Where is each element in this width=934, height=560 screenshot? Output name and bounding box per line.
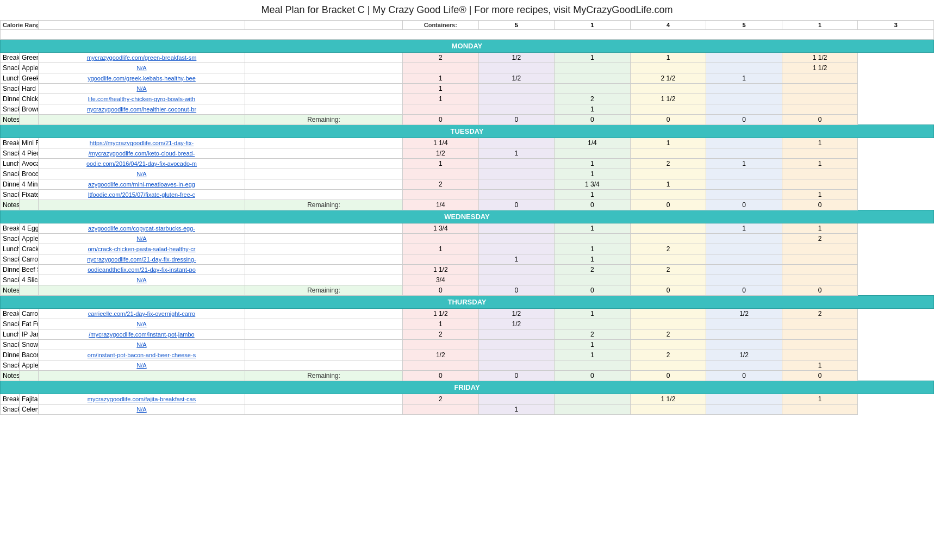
container-value-4 [706,319,782,329]
empty-label [245,159,403,169]
container-value-0: 1/2 [403,350,479,360]
empty-label [245,244,403,254]
notes-empty2 [39,200,245,210]
remaining-num-1: 0 [478,285,555,296]
container-value-4: 1/2 [706,309,782,319]
recipe-link[interactable]: life.com/healthy-chicken-gyro-bowls-with [39,94,245,104]
container-blue: 1 [782,21,858,30]
container-value-1 [478,234,555,244]
container-value-2: 2 [555,265,631,275]
container-value-0: 1 [403,159,479,169]
container-value-3 [630,275,706,285]
empty-label [245,223,403,234]
meal-type-label: Dinner [1,94,20,104]
food-description: Snowpeas [20,340,39,350]
food-description: Chicken Gyro Bowls over Quinoa or Brown … [20,94,39,104]
container-value-5 [782,254,858,265]
recipe-link[interactable]: om/instant-pot-bacon-and-beer-cheese-s [39,350,245,360]
remaining-num-5: 0 [782,115,858,125]
recipe-link[interactable]: carrieelle.com/21-day-fix-overnight-carr… [39,309,245,319]
meal-row-snack: SnackFat Free Turkey Slices, Sunflower S… [1,319,934,329]
container-value-0 [403,169,479,179]
notes-empty1 [20,200,39,210]
meal-row-dinner: DinnerBeef Stew, Brussels Sprouts, Sweet… [1,265,934,275]
container-value-4: 1 [706,159,782,169]
container-value-5: 1 [782,394,858,405]
container-value-5 [782,84,858,94]
notes-empty2 [39,371,245,381]
container-value-1 [478,340,555,350]
recipe-link[interactable]: ygoodlife.com/greek-kebabs-healthy-bee [39,73,245,84]
recipe-link[interactable]: mycrazygoodlife.com/fajita-breakfast-cas [39,394,245,405]
container-value-2: 1 [555,104,631,115]
container-value-4 [706,84,782,94]
container-value-0: 1 [403,73,479,84]
meal-type-label: Snack [1,405,20,415]
recipe-link[interactable]: ltfoodie.com/2015/07/fixate-gluten-free-… [39,190,245,200]
remaining-label: Remaining: [245,285,403,296]
meal-row-dinner: DinnerBacon & Beer Cheese Soup, Whole Gr… [1,350,934,360]
container-value-5 [782,329,858,340]
container-value-1 [478,179,555,190]
empty-label [245,350,403,360]
remaining-num-1: 0 [478,200,555,210]
container-value-2: 1 [555,244,631,254]
recipe-link[interactable]: /mycrazygoodlife.com/instant-pot-jambo [39,329,245,340]
empty-label [245,234,403,244]
recipe-link: N/A [39,340,245,350]
recipe-link[interactable]: https://mycrazygoodlife.com/21-day-fix- [39,138,245,148]
container-value-5 [782,179,858,190]
recipe-link[interactable]: nycrazygoodlife.com/21-day-fix-dressing- [39,254,245,265]
container-value-3 [630,340,706,350]
food-description: Apple with Nut Butter [20,360,39,371]
notes-empty1 [20,371,39,381]
container-value-0 [403,190,479,200]
container-value-5: 1 1/2 [782,53,858,63]
recipe-link[interactable]: nycrazygoodlife.com/healthier-coconut-br [39,104,245,115]
container-value-3: 1 [630,179,706,190]
empty-label [245,405,403,415]
meal-row-snack: Snack4 Slices TurkeyN/A3/4 [1,275,934,285]
food-description: 4 Egg Bites, Whole Grain English Muffin,… [20,223,39,234]
recipe-link[interactable]: azygoodlife.com/copycat-starbucks-egg- [39,223,245,234]
meal-type-label: Lunch [1,329,20,340]
container-value-1: 1 [478,254,555,265]
food-description: Mini Frittatas (no cheese) with Spinach,… [20,138,39,148]
container-value-5: 1 1/2 [782,63,858,73]
container-value-4 [706,138,782,148]
notes-empty1 [20,115,39,125]
meal-row-snack: SnackHard Boiled EggsN/A1 [1,84,934,94]
container-value-5 [782,148,858,159]
recipe-link[interactable]: oodieandthefix.com/21-day-fix-instant-po [39,265,245,275]
container-value-5 [782,350,858,360]
recipe-link[interactable]: om/crack-chicken-pasta-salad-healthy-cr [39,244,245,254]
remaining-num-0: 1/4 [403,200,479,210]
notes-label: Notes: [1,285,20,296]
empty-label [245,190,403,200]
container-value-0 [403,104,479,115]
page-title: Meal Plan for Bracket C | My Crazy Good … [0,0,934,20]
container-value-4 [706,275,782,285]
container-value-0: 1 3/4 [403,223,479,234]
remaining-row: Notes:Remaining:000000 [1,371,934,381]
meal-row-snack: SnackFixate Chocolate Chip Cookies and F… [1,190,934,200]
container-value-1 [478,360,555,371]
meal-row-dinner: Dinner4 Mini Meatloaves with Green Beans… [1,179,934,190]
remaining-num-5: 0 [782,200,858,210]
recipe-link[interactable]: oodie.com/2016/04/21-day-fix-avocado-m [39,159,245,169]
recipe-link: N/A [39,405,245,415]
container-value-3 [630,169,706,179]
meal-row-snack: SnackBrownienycrazygoodlife.com/healthie… [1,104,934,115]
container-value-5 [782,104,858,115]
container-value-4 [706,148,782,159]
recipe-link[interactable]: azygoodlife.com/mini-meatloaves-in-egg [39,179,245,190]
container-value-2: 1 [555,223,631,234]
meal-row-breakfast: BreakfastCarrot Cake Overnight Oats, Ban… [1,309,934,319]
meal-type-label: Breakfast [1,223,20,234]
meal-type-label: Snack [1,63,20,73]
container-value-1 [478,169,555,179]
recipe-link[interactable]: mycrazygoodlife.com/green-breakfast-sm [39,53,245,63]
food-description: Hard Boiled Eggs [20,84,39,94]
meal-type-label: Snack [1,169,20,179]
recipe-link[interactable]: /mycrazygoodlife.com/keto-cloud-bread- [39,148,245,159]
